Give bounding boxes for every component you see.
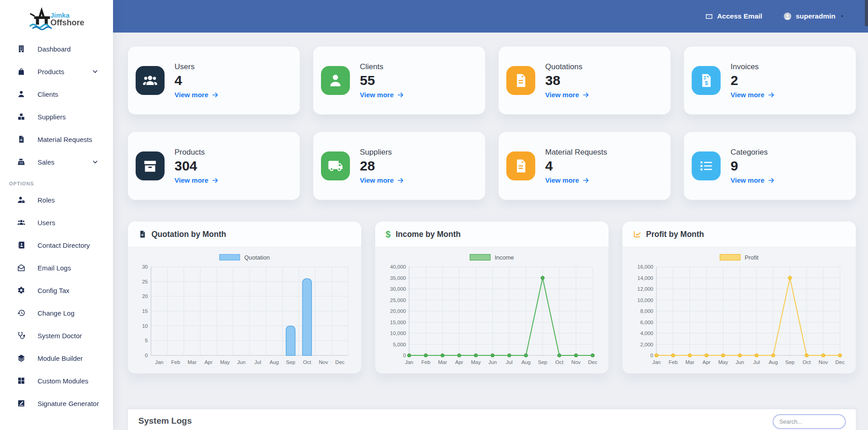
svg-text:12,000: 12,000 bbox=[637, 286, 653, 292]
svg-text:25,000: 25,000 bbox=[390, 298, 406, 303]
file-lines-icon bbox=[506, 66, 535, 95]
sidebar-item-suppliers[interactable]: Suppliers bbox=[0, 105, 113, 128]
sidebar-item-email-logs[interactable]: Email Logs bbox=[0, 256, 113, 279]
view-more-label: View more bbox=[175, 91, 208, 99]
view-more-label: View more bbox=[360, 176, 394, 184]
svg-text:20,000: 20,000 bbox=[390, 308, 406, 314]
sidebar-item-custom-modules[interactable]: Custom Modules bbox=[0, 369, 113, 392]
sidebar-item-contact-directory[interactable]: Contact Directory bbox=[0, 234, 113, 256]
sidebar-item-dashboard[interactable]: Dashboard bbox=[0, 38, 113, 60]
svg-text:30,000: 30,000 bbox=[390, 286, 406, 292]
sidebar-item-module-builder[interactable]: Module Builder bbox=[0, 347, 113, 369]
legend-label: Quotation bbox=[244, 254, 269, 261]
view-more-link[interactable]: View more bbox=[545, 91, 590, 99]
boxes-icon bbox=[17, 113, 25, 121]
caret-down-icon bbox=[839, 13, 845, 19]
stat-card-title: Users bbox=[175, 62, 219, 71]
sidebar-item-users[interactable]: Users bbox=[0, 211, 113, 234]
sidebar: Jimka Offshore Dashboard Products Client… bbox=[0, 0, 113, 430]
svg-text:35,000: 35,000 bbox=[390, 275, 406, 281]
truck-icon bbox=[321, 151, 350, 180]
logo-name-bottom: Offshore bbox=[50, 19, 84, 27]
view-more-link[interactable]: View more bbox=[545, 176, 607, 184]
file-icon bbox=[138, 230, 146, 238]
system-logs-title: System Logs bbox=[128, 409, 856, 426]
chart-header: $ Income by Month bbox=[375, 222, 609, 247]
chart-legend: Quotation bbox=[128, 253, 361, 261]
svg-text:5,000: 5,000 bbox=[393, 342, 406, 347]
scrollbar-thumb[interactable] bbox=[865, 0, 868, 26]
stat-card-suppliers: Suppliers 28 View more bbox=[313, 132, 485, 200]
svg-text:May: May bbox=[718, 359, 728, 365]
svg-text:Jan: Jan bbox=[652, 359, 661, 365]
history-icon bbox=[17, 309, 25, 317]
gear-icon bbox=[17, 286, 25, 294]
svg-text:25: 25 bbox=[142, 279, 148, 284]
sidebar-item-signature-generator[interactable]: Signature Generator bbox=[0, 392, 113, 415]
search-input[interactable] bbox=[773, 414, 846, 429]
line-chart-plot: 02,0004,0006,0008,00010,00012,00014,0001… bbox=[629, 262, 849, 368]
view-more-link[interactable]: View more bbox=[360, 176, 404, 184]
sidebar-item-label: Products bbox=[38, 68, 64, 76]
chart-header: Quotation by Month bbox=[128, 222, 361, 247]
svg-text:2,000: 2,000 bbox=[640, 342, 653, 347]
chart-card-profit-by-month: Profit by Month Profit 02,0004,0006,0008… bbox=[623, 222, 856, 373]
user-menu[interactable]: superadmin bbox=[783, 12, 845, 21]
sidebar-item-system-doctor[interactable]: System Doctor bbox=[0, 324, 113, 347]
envelope-icon bbox=[705, 13, 713, 20]
svg-text:Nov: Nov bbox=[819, 359, 828, 365]
legend-swatch bbox=[720, 254, 741, 260]
svg-text:$: $ bbox=[705, 80, 708, 86]
logo[interactable]: Jimka Offshore bbox=[0, 0, 113, 34]
chart-header: Profit by Month bbox=[623, 222, 856, 247]
view-more-link[interactable]: View more bbox=[731, 91, 775, 99]
view-more-link[interactable]: View more bbox=[175, 91, 219, 99]
svg-text:Feb: Feb bbox=[421, 359, 430, 365]
svg-text:20: 20 bbox=[142, 293, 148, 299]
sidebar-item-sales[interactable]: Sales bbox=[0, 151, 113, 173]
bar-chart-plot: 051015202530JanFebMarAprMayJunJulAugSepO… bbox=[135, 262, 354, 368]
svg-text:Dec: Dec bbox=[588, 359, 598, 365]
box-archive-icon bbox=[136, 151, 165, 180]
view-more-label: View more bbox=[731, 176, 764, 184]
stat-card-value: 4 bbox=[545, 158, 607, 174]
legend-label: Income bbox=[495, 254, 514, 261]
view-more-link[interactable]: View more bbox=[731, 176, 775, 184]
svg-text:6,000: 6,000 bbox=[640, 320, 653, 325]
svg-text:0: 0 bbox=[651, 353, 653, 358]
view-more-label: View more bbox=[545, 176, 579, 184]
chart-legend: Profit bbox=[623, 253, 856, 261]
sidebar-item-material-requests[interactable]: Material Requests bbox=[0, 128, 113, 151]
stat-card-users: Users 4 View more bbox=[128, 47, 300, 114]
stat-card-value: 9 bbox=[731, 158, 775, 174]
person-icon bbox=[321, 66, 350, 95]
sidebar-item-change-log[interactable]: Change Log bbox=[0, 302, 113, 324]
stat-card-invoices: $ Invoices 2 View more bbox=[684, 47, 856, 114]
chart-title: Quotation by Month bbox=[151, 230, 226, 239]
users-group-icon bbox=[17, 218, 25, 227]
username: superadmin bbox=[796, 12, 835, 20]
stat-card-title: Clients bbox=[360, 62, 404, 71]
sidebar-section-label: OPTIONS bbox=[9, 181, 113, 186]
stat-card-material-requests: Material Requests 4 View more bbox=[499, 132, 670, 200]
svg-text:Jul: Jul bbox=[506, 359, 513, 365]
view-more-link[interactable]: View more bbox=[175, 176, 219, 184]
svg-text:Sep: Sep bbox=[538, 359, 547, 365]
sidebar-item-label: System Doctor bbox=[38, 332, 82, 340]
sidebar-item-clients[interactable]: Clients bbox=[0, 83, 113, 105]
sidebar-item-config-tax[interactable]: Config Tax bbox=[0, 279, 113, 302]
chevron-down-icon bbox=[92, 159, 99, 165]
svg-text:15: 15 bbox=[142, 308, 148, 314]
sidebar-item-products[interactable]: Products bbox=[0, 60, 113, 83]
chart-body: Profit 02,0004,0006,0008,00010,00012,000… bbox=[623, 247, 856, 373]
stat-card-clients: Clients 55 View more bbox=[313, 47, 485, 114]
svg-text:Dec: Dec bbox=[335, 359, 345, 365]
view-more-link[interactable]: View more bbox=[360, 91, 404, 99]
stat-card-value: 55 bbox=[360, 73, 404, 88]
svg-text:Nov: Nov bbox=[571, 359, 581, 365]
chart-title: Profit by Month bbox=[646, 230, 704, 239]
sidebar-item-roles[interactable]: Roles bbox=[0, 189, 113, 211]
access-email-button[interactable]: Access Email bbox=[705, 12, 762, 20]
svg-text:Oct: Oct bbox=[555, 359, 564, 365]
svg-text:Apr: Apr bbox=[204, 359, 212, 365]
